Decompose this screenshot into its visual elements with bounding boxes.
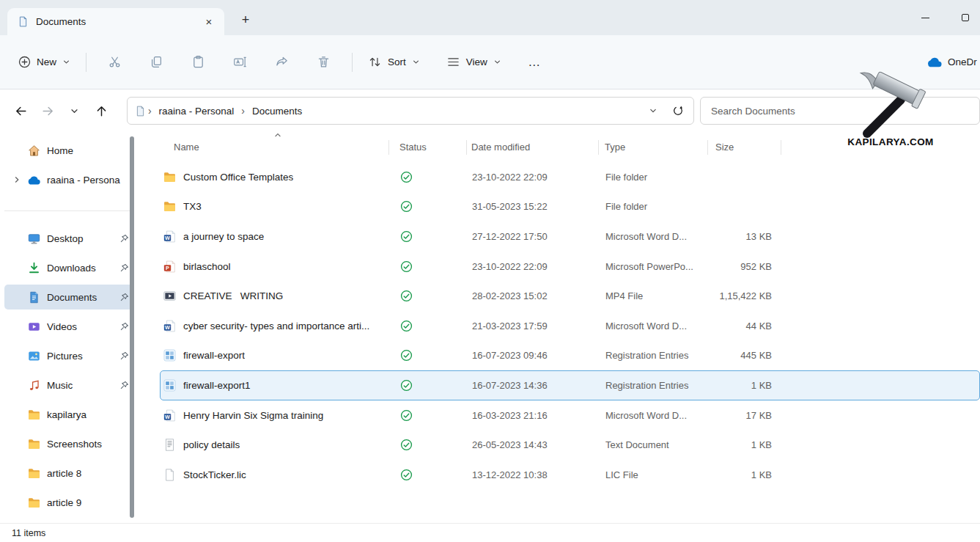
search-box: [700, 97, 980, 125]
back-button[interactable]: [7, 98, 34, 124]
address-bar[interactable]: › raaina - Personal › Documents: [127, 97, 694, 125]
sidebar-item-documents[interactable]: Documents: [4, 285, 133, 310]
file-row-tx3[interactable]: TX331-05-2023 15:22File folder: [160, 192, 980, 222]
tab-documents[interactable]: Documents ×: [7, 8, 224, 35]
cut-button[interactable]: [97, 48, 132, 76]
sidebar-item-label: Screenshots: [47, 439, 130, 450]
recent-locations-button[interactable]: [61, 98, 88, 124]
file-type: Microsoft PowerPo...: [600, 261, 709, 272]
delete-button[interactable]: [306, 48, 341, 76]
share-button[interactable]: [265, 48, 299, 76]
onedrive-status[interactable]: OneDr: [926, 35, 977, 89]
file-size: 952 KB: [709, 261, 782, 272]
sidebar-item-article-9[interactable]: article 9: [4, 490, 133, 515]
new-button[interactable]: New: [10, 48, 78, 76]
sidebar-scrollbar[interactable]: [130, 136, 134, 518]
video-file-icon: [163, 290, 176, 302]
file-list-header: Name Status Date modified Type Size: [160, 138, 980, 157]
chevron-down-icon: [70, 106, 79, 116]
svg-text:W: W: [165, 413, 170, 420]
refresh-button[interactable]: [666, 100, 690, 122]
chevron-right-icon[interactable]: [10, 176, 23, 183]
tab-bar: Documents × +: [0, 0, 980, 35]
file-type: Microsoft Word D...: [600, 321, 709, 332]
sidebar-item-pictures[interactable]: Pictures: [4, 343, 133, 368]
file-type: Microsoft Word D...: [600, 410, 709, 421]
pin-icon: [118, 351, 130, 361]
sidebar-item-screenshots[interactable]: Screenshots: [4, 431, 133, 456]
sidebar-item-raaina-persona[interactable]: raaina - Persona: [4, 167, 133, 192]
breadcrumb-item-onedrive[interactable]: raaina - Personal: [154, 103, 240, 120]
up-button[interactable]: [88, 98, 115, 124]
rename-button[interactable]: [223, 48, 257, 76]
date-modified: 28-02-2023 15:02: [468, 290, 600, 301]
onedrive-cloud-icon: [926, 56, 943, 67]
folder-file-icon: [163, 172, 176, 183]
forward-button[interactable]: [34, 98, 62, 124]
toolbar-divider: [352, 53, 353, 72]
maximize-button[interactable]: [948, 0, 980, 35]
search-input[interactable]: [701, 106, 979, 117]
copy-icon: [150, 55, 163, 69]
more-options-button[interactable]: …: [520, 48, 549, 76]
svg-text:W: W: [165, 324, 170, 331]
new-tab-button[interactable]: +: [233, 9, 258, 31]
status-cell: [390, 349, 468, 362]
file-row-firewall-export[interactable]: firewall-export16-07-2023 09:46Registrat…: [160, 341, 980, 371]
minimize-button[interactable]: [908, 0, 942, 35]
status-cell: [390, 260, 468, 273]
sidebar-list: Homeraaina - PersonaDesktopDownloadsDocu…: [0, 138, 143, 515]
sidebar-item-downloads[interactable]: Downloads: [4, 255, 133, 280]
file-size: 1,15,422 KB: [709, 290, 782, 301]
sidebar-item-desktop[interactable]: Desktop: [4, 226, 133, 251]
date-modified: 16-03-2023 21:16: [468, 410, 600, 421]
svg-text:W: W: [165, 235, 170, 241]
sidebar-item-kapilarya[interactable]: kapilarya: [4, 402, 133, 427]
sidebar-item-label: Documents: [47, 292, 117, 303]
copy-button[interactable]: [139, 48, 174, 76]
close-tab-button[interactable]: ×: [199, 12, 218, 32]
file-row-creative-writing[interactable]: CREATIVE WRITING28-02-2023 15:02MP4 File…: [160, 281, 980, 311]
file-name: birlaschool: [183, 261, 231, 272]
date-modified: 26-05-2023 14:43: [468, 439, 600, 450]
sort-button[interactable]: Sort: [360, 48, 428, 76]
address-dropdown-button[interactable]: [641, 100, 666, 122]
file-row-cyber-security-types-and-importance-arti[interactable]: Wcyber security- types and importance ar…: [160, 311, 980, 341]
sidebar-item-label: Downloads: [47, 263, 117, 274]
file-size: 1 KB: [709, 439, 782, 450]
column-header-size[interactable]: Size: [708, 140, 781, 155]
file-row-birlaschool[interactable]: Pbirlaschool23-10-2022 22:09Microsoft Po…: [160, 252, 980, 282]
view-button[interactable]: View: [438, 48, 509, 76]
rename-icon: [233, 55, 247, 69]
sidebar-item-home[interactable]: Home: [4, 138, 133, 163]
column-header-type[interactable]: Type: [599, 140, 708, 155]
sidebar-item-article-8[interactable]: article 8: [4, 461, 133, 486]
column-header-name[interactable]: Name: [160, 140, 389, 155]
sidebar-separator: [0, 197, 143, 226]
file-name-cell: WHenry Harvin Six Sigma training: [161, 409, 390, 422]
sidebar-item-videos[interactable]: Videos: [4, 314, 133, 339]
file-list: Name Status Date modified Type Size Cust…: [143, 132, 980, 523]
file-row-firewall-export1[interactable]: firewall-export116-07-2023 14:36Registra…: [160, 370, 980, 400]
word-file-icon: W: [163, 230, 176, 243]
tab-title: Documents: [36, 16, 86, 27]
sidebar-item-music[interactable]: Music: [4, 373, 133, 398]
date-modified: 16-07-2023 09:46: [468, 350, 600, 361]
status-cell: [390, 320, 468, 332]
up-arrow-icon: [95, 104, 108, 118]
file-row-custom-office-templates[interactable]: Custom Office Templates23-10-2022 22:09F…: [160, 162, 980, 192]
file-row-stockticker-lic[interactable]: StockTicker.lic13-12-2022 10:38LIC File1…: [160, 460, 980, 490]
file-row-a-journey-to-space[interactable]: Wa journey to space27-12-2022 17:50Micro…: [160, 221, 980, 252]
new-button-label: New: [37, 56, 56, 67]
chevron-down-icon: [412, 58, 420, 66]
view-button-label: View: [466, 56, 487, 67]
synced-check-icon: [400, 379, 413, 392]
column-header-date-modified[interactable]: Date modified: [467, 140, 599, 155]
synced-check-icon: [400, 349, 413, 362]
file-row-policy-details[interactable]: policy details26-05-2023 14:43Text Docum…: [160, 430, 980, 460]
file-type: Text Document: [600, 439, 709, 450]
file-row-henry-harvin-six-sigma-training[interactable]: WHenry Harvin Six Sigma training16-03-20…: [160, 400, 980, 431]
column-header-status[interactable]: Status: [389, 140, 467, 155]
paste-button[interactable]: [181, 48, 215, 76]
breadcrumb-item-documents[interactable]: Documents: [247, 103, 307, 120]
